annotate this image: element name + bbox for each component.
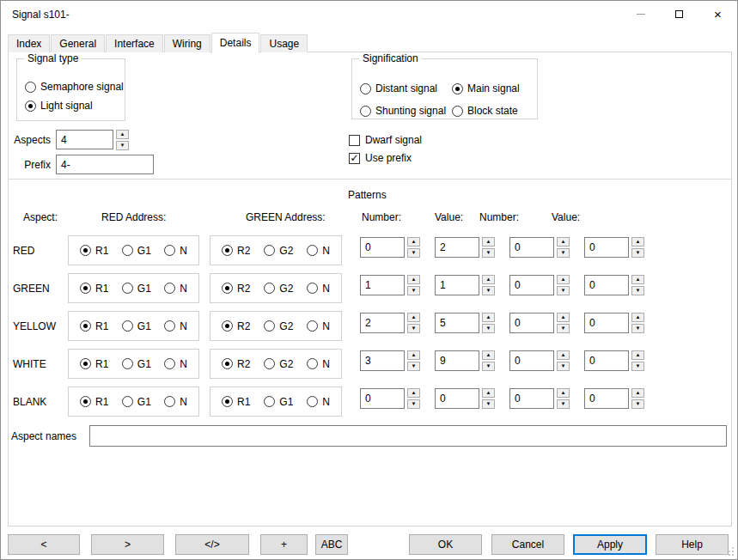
add-button[interactable]: +: [260, 534, 308, 555]
spinner-down-icon[interactable]: ▼: [557, 286, 570, 295]
spinner-value[interactable]: 0: [509, 237, 554, 258]
spinner-down-icon[interactable]: ▼: [407, 324, 420, 333]
radio-n[interactable]: N: [164, 358, 187, 370]
radio-r1[interactable]: R1: [80, 396, 108, 408]
spinner-down-icon[interactable]: ▼: [557, 248, 570, 258]
aspects-input[interactable]: [56, 130, 113, 149]
spinner-down-icon[interactable]: ▼: [407, 286, 420, 295]
spinner-value[interactable]: 9: [435, 350, 479, 371]
radio-n[interactable]: N: [164, 320, 187, 332]
spinner-down-icon[interactable]: ▼: [407, 248, 420, 258]
spinner-down-icon[interactable]: ▼: [631, 399, 644, 409]
spinner-up-icon[interactable]: ▲: [557, 313, 570, 322]
radio-r1[interactable]: R1: [80, 358, 108, 370]
tab-index[interactable]: Index: [8, 34, 50, 52]
spinner-down-icon[interactable]: ▼: [557, 399, 570, 409]
radio-n[interactable]: N: [307, 245, 330, 257]
radio-g1[interactable]: G1: [122, 283, 151, 295]
radio-n[interactable]: N: [307, 283, 330, 295]
spinner-down-icon[interactable]: ▼: [482, 362, 495, 371]
radio-g2[interactable]: G2: [264, 320, 293, 332]
spinner-up-icon[interactable]: ▲: [557, 237, 570, 247]
spinner-up-icon[interactable]: ▲: [631, 237, 644, 247]
spinner-value[interactable]: 0: [584, 388, 629, 409]
radio-r2[interactable]: R2: [222, 245, 250, 257]
tab-interface[interactable]: Interface: [106, 34, 163, 52]
spinner-up-icon[interactable]: ▲: [407, 388, 420, 398]
spinner-value[interactable]: 2: [435, 237, 479, 258]
radio-r2[interactable]: R2: [222, 358, 250, 370]
spinner-down-icon[interactable]: ▼: [407, 399, 420, 409]
spinner-up-icon[interactable]: ▲: [482, 313, 495, 322]
radio-g1[interactable]: G1: [122, 320, 151, 332]
spinner-up-icon[interactable]: ▲: [557, 350, 570, 360]
spinner-up-icon[interactable]: ▲: [631, 350, 644, 360]
spinner-value[interactable]: 0: [584, 313, 629, 333]
spinner-down-icon[interactable]: ▼: [482, 399, 495, 409]
spinner-down-icon[interactable]: ▼: [482, 286, 495, 295]
spinner-value[interactable]: 1: [360, 275, 405, 295]
radio-shunting-signal[interactable]: Shunting signal: [360, 103, 448, 119]
resize-grip[interactable]: [725, 547, 735, 557]
spinner-down-icon[interactable]: ▼: [482, 248, 495, 258]
spinner-up-icon[interactable]: ▲: [557, 275, 570, 284]
spinner-value[interactable]: 0: [435, 388, 479, 409]
radio-light-signal[interactable]: Light signal: [25, 100, 121, 112]
spinner-up-icon[interactable]: ▲: [116, 130, 129, 139]
spinner-down-icon[interactable]: ▼: [557, 362, 570, 371]
radio-g1[interactable]: G1: [122, 358, 151, 370]
close-button[interactable]: ×: [698, 1, 737, 27]
use-prefix-checkbox[interactable]: ✓ Use prefix: [349, 152, 412, 164]
tab-general[interactable]: General: [51, 34, 105, 52]
minimize-button[interactable]: [621, 1, 660, 27]
radio-g1[interactable]: G1: [122, 245, 151, 257]
spinner-down-icon[interactable]: ▼: [482, 324, 495, 333]
code-button[interactable]: </>: [175, 534, 249, 555]
spinner-value[interactable]: 0: [509, 313, 554, 333]
spinner-up-icon[interactable]: ▲: [482, 275, 495, 284]
spinner-up-icon[interactable]: ▲: [407, 350, 420, 360]
spinner-up-icon[interactable]: ▲: [631, 313, 644, 322]
radio-g2[interactable]: G2: [264, 358, 293, 370]
spinner-value[interactable]: 0: [584, 237, 629, 258]
spinner-up-icon[interactable]: ▲: [631, 388, 644, 398]
cancel-button[interactable]: Cancel: [491, 534, 564, 555]
spinner-down-icon[interactable]: ▼: [407, 362, 420, 371]
spinner-value[interactable]: 0: [360, 237, 405, 258]
spinner-down-icon[interactable]: ▼: [631, 286, 644, 295]
radio-n[interactable]: N: [307, 358, 330, 370]
radio-block-state[interactable]: Block state: [452, 103, 534, 119]
abc-button[interactable]: ABC: [315, 534, 348, 555]
spinner-up-icon[interactable]: ▲: [482, 388, 495, 398]
radio-r1[interactable]: R1: [80, 245, 108, 257]
radio-n[interactable]: N: [307, 396, 330, 408]
help-button[interactable]: Help: [656, 534, 729, 555]
radio-r1[interactable]: R1: [222, 396, 250, 408]
radio-r1[interactable]: R1: [80, 283, 108, 295]
radio-n[interactable]: N: [164, 396, 187, 408]
spinner-value[interactable]: 1: [435, 275, 479, 295]
spinner-up-icon[interactable]: ▲: [631, 275, 644, 284]
spinner-value[interactable]: 0: [584, 350, 629, 371]
apply-button[interactable]: Apply: [573, 534, 647, 555]
spinner-value[interactable]: 2: [360, 313, 405, 333]
radio-n[interactable]: N: [164, 245, 187, 257]
spinner-down-icon[interactable]: ▼: [116, 141, 129, 150]
spinner-up-icon[interactable]: ▲: [407, 275, 420, 284]
spinner-value[interactable]: 0: [509, 275, 554, 295]
spinner-up-icon[interactable]: ▲: [407, 313, 420, 322]
spinner-value[interactable]: 0: [509, 350, 554, 371]
spinner-up-icon[interactable]: ▲: [482, 237, 495, 247]
tab-usage[interactable]: Usage: [260, 34, 308, 52]
aspect-names-input[interactable]: [89, 425, 727, 447]
tab-wiring[interactable]: Wiring: [164, 34, 210, 52]
spinner-value[interactable]: 0: [584, 275, 629, 295]
spinner-value[interactable]: 3: [360, 350, 405, 371]
maximize-button[interactable]: [660, 1, 698, 27]
radio-n[interactable]: N: [307, 320, 330, 332]
radio-n[interactable]: N: [164, 283, 187, 295]
spinner-down-icon[interactable]: ▼: [631, 324, 644, 333]
spinner-down-icon[interactable]: ▼: [557, 324, 570, 333]
radio-main-signal[interactable]: Main signal: [452, 81, 534, 96]
tab-details[interactable]: Details: [211, 33, 260, 53]
